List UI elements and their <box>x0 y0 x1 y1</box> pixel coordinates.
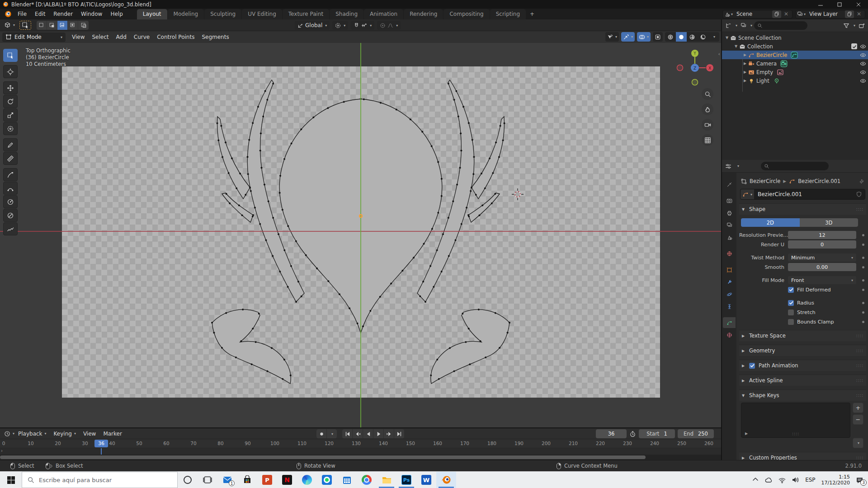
control-point[interactable] <box>259 223 261 225</box>
control-point[interactable] <box>236 188 237 189</box>
control-point[interactable] <box>472 139 473 141</box>
control-point[interactable] <box>221 347 223 349</box>
outliner-filter-button[interactable] <box>842 22 851 30</box>
outliner-editor-type-button[interactable] <box>724 22 733 30</box>
animate-dot[interactable] <box>860 257 866 259</box>
control-point[interactable] <box>268 201 269 202</box>
control-point[interactable] <box>475 194 477 196</box>
remove-shape-key-button[interactable]: − <box>853 414 863 425</box>
panel-drag-dots[interactable]: :::: <box>856 348 863 353</box>
visibility-dropdown[interactable]: ▾ <box>605 32 619 42</box>
control-point[interactable] <box>279 192 281 194</box>
delete-view-layer-button[interactable]: ✕ <box>854 10 863 18</box>
select-mode-set[interactable] <box>37 21 47 30</box>
checkbox-fill-deformed[interactable] <box>788 287 794 293</box>
visibility-eye-icon[interactable] <box>860 43 866 50</box>
control-point[interactable] <box>485 357 486 358</box>
minimize-button[interactable] <box>811 0 830 9</box>
control-point[interactable] <box>430 375 432 376</box>
breadcrumb-data[interactable]: BezierCircle.001 <box>798 178 840 184</box>
panel-texture-space[interactable]: ▶Texture Space:::: <box>739 330 866 341</box>
tool-transform[interactable] <box>3 122 18 135</box>
outliner-row-empty[interactable]: ▶Empty <box>722 68 868 76</box>
control-point[interactable] <box>390 282 392 284</box>
control-point[interactable] <box>436 249 438 251</box>
taskbar-app-edge[interactable] <box>297 472 317 488</box>
control-point[interactable] <box>211 322 213 324</box>
tool-move[interactable] <box>3 81 18 94</box>
taskbar-app-word[interactable]: W <box>416 472 436 488</box>
playhead-line[interactable] <box>101 448 102 455</box>
next-keyframe-button[interactable] <box>384 429 394 438</box>
control-point[interactable] <box>282 209 283 211</box>
menu-file[interactable]: File <box>14 11 31 17</box>
control-point[interactable] <box>252 122 254 124</box>
timeline-menu-keying[interactable]: Keying ▾ <box>50 431 80 437</box>
menu-select[interactable]: Select <box>88 34 112 40</box>
taskbar-app-chrome[interactable] <box>357 472 377 488</box>
control-point[interactable] <box>478 214 480 216</box>
control-point[interactable] <box>441 195 443 197</box>
control-point[interactable] <box>220 125 222 127</box>
control-point[interactable] <box>480 340 481 342</box>
zoom-button[interactable] <box>702 88 713 100</box>
menu-add[interactable]: Add <box>113 34 130 40</box>
control-point[interactable] <box>287 286 289 288</box>
control-point[interactable] <box>422 281 424 282</box>
control-point[interactable] <box>396 108 397 110</box>
control-point[interactable] <box>301 296 302 297</box>
language-indicator[interactable]: ESP <box>805 477 815 483</box>
menu-edit[interactable]: Edit <box>31 11 49 17</box>
menu-render[interactable]: Render <box>49 11 77 17</box>
control-point[interactable] <box>429 265 431 267</box>
tab-texture-paint[interactable]: Texture Paint <box>283 9 329 19</box>
outliner-display-mode-button[interactable] <box>739 22 748 29</box>
select-mode-intersect[interactable] <box>78 21 89 30</box>
control-point[interactable] <box>305 254 307 256</box>
control-point[interactable] <box>471 187 472 188</box>
control-point[interactable] <box>247 173 249 175</box>
control-point[interactable] <box>241 214 243 216</box>
control-point[interactable] <box>252 328 254 329</box>
control-point[interactable] <box>459 167 461 169</box>
control-point[interactable] <box>461 223 462 225</box>
control-point[interactable] <box>278 233 279 235</box>
control-point[interactable] <box>495 312 496 314</box>
outliner-row-beziercircle[interactable]: ▶BezierCircle <box>722 51 868 59</box>
snap-controls[interactable]: ▾ <box>351 21 374 30</box>
property-value-field[interactable]: 12 <box>788 231 856 239</box>
properties-tab-render[interactable] <box>723 195 736 206</box>
control-point[interactable] <box>369 310 371 312</box>
properties-tab-data[interactable] <box>723 317 736 328</box>
control-point[interactable] <box>251 363 253 365</box>
control-point[interactable] <box>290 375 292 376</box>
control-point[interactable] <box>401 270 403 272</box>
panel-geometry[interactable]: ▶Geometry:::: <box>739 345 866 356</box>
visibility-eye-icon[interactable] <box>860 52 866 58</box>
control-point[interactable] <box>327 107 329 109</box>
control-point[interactable] <box>499 347 500 349</box>
navigation-gizmo[interactable]: Y Z X <box>673 49 717 87</box>
control-point[interactable] <box>504 122 505 124</box>
control-point[interactable] <box>495 141 497 143</box>
tray-expand-icon[interactable] <box>752 477 759 483</box>
control-point[interactable] <box>239 173 241 174</box>
tab-modeling[interactable]: Modeling <box>168 9 204 19</box>
panel-drag-dots[interactable]: :::: <box>856 378 863 383</box>
panel-drag-dots[interactable]: :::: <box>856 393 863 398</box>
control-point[interactable] <box>465 341 467 343</box>
select-mode-invert[interactable] <box>68 21 78 30</box>
control-point[interactable] <box>226 193 227 195</box>
frame-start-field[interactable]: Start1 <box>639 429 675 438</box>
control-point[interactable] <box>248 139 250 141</box>
record-button[interactable] <box>316 429 326 438</box>
control-point[interactable] <box>449 347 451 349</box>
control-point[interactable] <box>458 116 459 117</box>
tab-rendering[interactable]: Rendering <box>404 9 443 19</box>
control-point[interactable] <box>297 281 299 282</box>
bezier-curve-segment[interactable] <box>431 310 509 384</box>
view-layer-selector[interactable]: ▾ View Layer ✕ <box>795 10 865 19</box>
expand-icon[interactable]: ▶ <box>742 61 748 66</box>
control-point[interactable] <box>448 83 449 84</box>
onedrive-icon[interactable] <box>764 476 773 483</box>
